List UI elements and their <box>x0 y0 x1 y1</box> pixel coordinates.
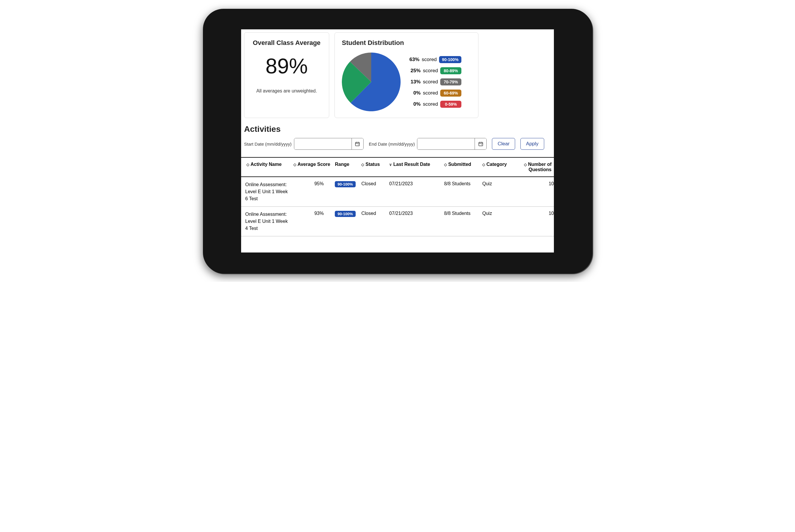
legend-row: 0%scored60-69% <box>410 90 461 97</box>
end-date-label: End Date (mm/dd/yyyy) <box>369 141 415 147</box>
student-distribution-title: Student Distribution <box>342 39 471 47</box>
distribution-pie-chart <box>342 53 401 111</box>
cell-submitted: 8/8 Students <box>442 177 480 207</box>
student-distribution-card: Student Distribution 63%scored90-100%25%… <box>335 32 478 118</box>
col-number-of-questions[interactable]: ◇Number of Questions <box>515 157 554 177</box>
app-screen: Overall Class Average 89% All averages a… <box>241 30 554 252</box>
legend-scored-word: scored <box>423 101 438 107</box>
table-row[interactable]: Online Assessment: Level E Unit 1 Week 4… <box>241 207 554 236</box>
cell-average-score: 93% <box>291 207 333 236</box>
col-average-score[interactable]: ◇Average Score <box>291 157 333 177</box>
cell-status: Closed <box>359 177 387 207</box>
cell-activity-name: Online Assessment: Level E Unit 1 Week 4… <box>241 207 291 236</box>
legend-percent: 63% <box>410 57 419 62</box>
cell-submitted: 8/8 Students <box>442 207 480 236</box>
legend-scored-word: scored <box>423 68 438 74</box>
range-badge: 90-100% <box>335 181 355 187</box>
sort-icon: ◇ <box>524 163 527 167</box>
col-category[interactable]: ◇Category <box>480 157 515 177</box>
col-status[interactable]: ◇Status <box>359 157 387 177</box>
clear-button[interactable]: Clear <box>492 138 515 150</box>
col-range[interactable]: Range <box>333 157 359 177</box>
legend-row: 13%scored70-79% <box>410 78 461 86</box>
col-submitted[interactable]: ◇Submitted <box>442 157 480 177</box>
sort-desc-icon: ∨ <box>389 163 392 167</box>
svg-rect-0 <box>355 142 359 146</box>
cell-range: 90-100% <box>333 207 359 236</box>
cell-category: Quiz <box>480 207 515 236</box>
legend-row: 63%scored90-100% <box>410 56 461 63</box>
legend-percent: 0% <box>414 90 421 96</box>
legend-badge: 70-79% <box>440 78 461 86</box>
start-date-label: Start Date (mm/dd/yyyy) <box>244 141 291 147</box>
legend-percent: 0% <box>414 101 421 107</box>
calendar-icon <box>355 141 360 147</box>
legend-badge: 0-59% <box>440 101 461 108</box>
start-date-input[interactable] <box>294 138 352 149</box>
overall-average-value: 89% <box>251 56 322 77</box>
legend-percent: 13% <box>411 79 420 85</box>
legend-scored-word: scored <box>423 79 438 85</box>
overall-average-card: Overall Class Average 89% All averages a… <box>244 32 329 118</box>
legend-row: 0%scored0-59% <box>410 101 461 108</box>
activities-table: ◇Activity Name ◇Average Score Range ◇Sta… <box>241 157 554 236</box>
sort-icon: ◇ <box>482 163 485 167</box>
tablet-frame: Overall Class Average 89% All averages a… <box>203 9 592 273</box>
cell-status: Closed <box>359 207 387 236</box>
sort-icon: ◇ <box>294 163 296 167</box>
cell-range: 90-100% <box>333 177 359 207</box>
overall-average-note: All averages are unweighted. <box>251 88 322 94</box>
legend-scored-word: scored <box>423 90 438 96</box>
overall-average-title: Overall Class Average <box>251 39 322 47</box>
apply-button[interactable]: Apply <box>520 138 544 150</box>
sort-icon: ◇ <box>246 163 249 167</box>
activities-filters: Start Date (mm/dd/yyyy) E <box>241 138 554 157</box>
col-activity-name[interactable]: ◇Activity Name <box>241 157 291 177</box>
legend-badge: 90-100% <box>439 56 461 63</box>
legend-badge: 80-89% <box>440 67 461 74</box>
cell-number-of-questions: 10 <box>515 207 554 236</box>
range-badge: 90-100% <box>335 211 355 217</box>
legend-percent: 25% <box>411 68 420 74</box>
start-date-picker-button[interactable] <box>352 138 363 149</box>
legend-scored-word: scored <box>422 57 437 62</box>
svg-point-4 <box>358 145 359 145</box>
end-date-input[interactable] <box>417 138 475 149</box>
sort-icon: ◇ <box>444 163 447 167</box>
col-last-result-date[interactable]: ∨Last Result Date <box>387 157 442 177</box>
calendar-icon <box>478 141 484 147</box>
svg-rect-5 <box>479 142 483 146</box>
cell-number-of-questions: 10 <box>515 177 554 207</box>
table-row[interactable]: Online Assessment: Level E Unit 1 Week 6… <box>241 177 554 207</box>
cell-last-result-date: 07/21/2023 <box>387 207 442 236</box>
svg-point-9 <box>481 145 482 145</box>
legend-badge: 60-69% <box>440 90 461 97</box>
activities-heading: Activities <box>241 118 554 138</box>
cell-average-score: 95% <box>291 177 333 207</box>
cell-category: Quiz <box>480 177 515 207</box>
legend-row: 25%scored80-89% <box>410 67 461 74</box>
distribution-legend: 63%scored90-100%25%scored80-89%13%scored… <box>410 56 461 108</box>
cell-last-result-date: 07/21/2023 <box>387 177 442 207</box>
sort-icon: ◇ <box>361 163 364 167</box>
cell-activity-name: Online Assessment: Level E Unit 1 Week 6… <box>241 177 291 207</box>
end-date-picker-button[interactable] <box>475 138 486 149</box>
